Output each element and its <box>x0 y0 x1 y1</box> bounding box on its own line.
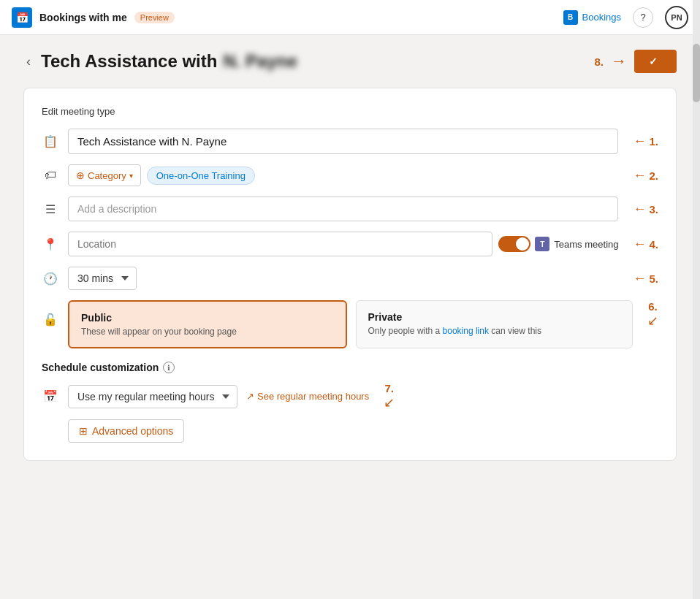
info-icon[interactable]: ℹ <box>163 362 175 373</box>
location-icon: 📍 <box>42 235 59 253</box>
teams-toggle[interactable] <box>498 236 530 252</box>
section-title: Edit meeting type <box>42 106 658 117</box>
toggle-knob <box>516 237 529 251</box>
meeting-name-row: 📋 ← 1. <box>42 129 658 154</box>
page-title-text: Tech Assistance with <box>41 51 217 72</box>
category-row: 🏷 ⊕ Category ▾ One-on-One Training ← 2. <box>42 164 658 186</box>
schedule-cal-icon: 📅 <box>42 388 59 405</box>
avatar[interactable]: PN <box>665 6 688 29</box>
bookings-nav-label: Bookings <box>582 12 621 23</box>
annotation-6: 6. <box>648 300 658 313</box>
external-link-icon: ↗ <box>246 391 254 402</box>
preview-badge: Preview <box>134 12 175 23</box>
clock-icon: 🕐 <box>42 270 59 287</box>
teams-icon: T <box>535 237 549 251</box>
topbar-left: 📅 Bookings with me Preview <box>12 7 175 28</box>
annotation-6-wrap: 6. ↙ <box>647 300 658 329</box>
visibility-public[interactable]: Public These will appear on your booking… <box>68 300 347 348</box>
duration-content: 30 mins 15 mins 45 mins 60 mins 90 mins <box>68 267 618 290</box>
schedule-title: Schedule customization <box>42 362 159 373</box>
location-input[interactable] <box>68 232 492 256</box>
see-hours-label: See regular meeting hours <box>257 391 369 402</box>
app-title: Bookings with me <box>39 12 127 23</box>
advanced-options-button[interactable]: ⊞ Advanced options <box>68 419 184 443</box>
annotation-5: ← 5. <box>633 271 658 286</box>
teams-toggle-wrap: T Teams meeting <box>498 236 618 252</box>
location-content: T Teams meeting <box>68 232 618 256</box>
teams-label: Teams meeting <box>554 239 618 250</box>
location-row: 📍 T Teams meeting ← 4. <box>42 232 658 256</box>
annotation-7-wrap: 7. ↙ <box>384 382 395 411</box>
visibility-private[interactable]: Private Only people with a booking link … <box>356 300 634 348</box>
topbar: 📅 Bookings with me Preview B Bookings ? … <box>0 0 700 35</box>
hours-select[interactable]: Use my regular meeting hours Custom hour… <box>68 385 237 408</box>
page-header: ‹ Tech Assistance with N. Payne 8. → ✓ <box>23 50 677 73</box>
description-input[interactable] <box>68 197 618 221</box>
advanced-row: ⊞ Advanced options <box>42 419 658 443</box>
schedule-title-row: Schedule customization ℹ <box>42 362 658 373</box>
annotation-4: ← 4. <box>633 237 658 252</box>
category-button[interactable]: ⊕ Category ▾ <box>68 164 141 186</box>
annotation-2: ← 2. <box>633 168 658 183</box>
description-content <box>68 197 618 221</box>
plus-icon: ⊕ <box>76 169 85 181</box>
lock-icon: 🔓 <box>42 310 59 328</box>
page-title-name: N. Payne <box>223 51 297 72</box>
visibility-options: Public These will appear on your booking… <box>68 300 633 348</box>
scrollbar[interactable] <box>693 0 700 599</box>
bookings-nav-link[interactable]: B Bookings <box>563 10 621 25</box>
back-button[interactable]: ‹ <box>23 51 34 72</box>
plus-advanced-icon: ⊞ <box>79 425 88 437</box>
page-content: ‹ Tech Assistance with N. Payne 8. → ✓ E… <box>0 35 700 599</box>
meeting-name-content <box>68 129 618 154</box>
public-title: Public <box>81 312 334 324</box>
category-tag[interactable]: One-on-One Training <box>147 167 255 185</box>
public-subtitle: These will appear on your booking page <box>81 327 334 337</box>
annotation-arrow-7: ↙ <box>384 394 395 411</box>
annotation-8: 8. <box>594 56 604 68</box>
see-hours-link[interactable]: ↗ See regular meeting hours <box>246 391 369 402</box>
annotation-7: 7. <box>384 382 394 394</box>
page-title: Tech Assistance with N. Payne <box>41 51 297 72</box>
tag-icon: 🏷 <box>42 167 59 184</box>
calendar-icon: 📋 <box>42 133 59 150</box>
save-button[interactable]: ✓ <box>634 50 677 73</box>
visibility-row: 🔓 Public These will appear on your booki… <box>42 300 658 348</box>
booking-link[interactable]: booking link <box>443 326 489 336</box>
annotation-arrow-6: ↙ <box>647 313 658 329</box>
page-header-left: ‹ Tech Assistance with N. Payne <box>23 51 297 72</box>
schedule-hours-row: 📅 Use my regular meeting hours Custom ho… <box>42 382 658 411</box>
advanced-label: Advanced options <box>92 425 173 437</box>
page-header-right: 8. → ✓ <box>594 50 677 73</box>
description-icon: ☰ <box>42 200 59 218</box>
category-content: ⊕ Category ▾ One-on-One Training <box>68 164 618 186</box>
save-check-icon: ✓ <box>649 56 658 67</box>
duration-row: 🕐 30 mins 15 mins 45 mins 60 mins 90 min… <box>42 267 658 290</box>
topbar-right: B Bookings ? PN <box>563 6 688 29</box>
private-subtitle: Only people with a booking link can view… <box>368 326 621 336</box>
schedule-section: Schedule customization ℹ 📅 Use my regula… <box>42 362 658 443</box>
duration-select[interactable]: 30 mins 15 mins 45 mins 60 mins 90 mins <box>68 267 137 290</box>
meeting-name-input[interactable] <box>68 129 618 154</box>
visibility-content: Public These will appear on your booking… <box>68 300 633 348</box>
scrollbar-thumb[interactable] <box>693 44 700 102</box>
annotation-3: ← 3. <box>633 202 658 217</box>
bookings-nav-icon: B <box>563 10 578 25</box>
private-title: Private <box>368 311 621 323</box>
help-button[interactable]: ? <box>633 7 653 28</box>
description-row: ☰ ← 3. <box>42 197 658 221</box>
edit-meeting-card: Edit meeting type 📋 ← 1. 🏷 ⊕ Category ▾ … <box>23 88 677 461</box>
annotation-arrow-8: → <box>611 52 627 71</box>
annotation-1: ← 1. <box>633 134 658 149</box>
chevron-down-icon: ▾ <box>129 172 133 180</box>
category-btn-label: Category <box>88 170 126 181</box>
app-icon: 📅 <box>12 7 32 28</box>
